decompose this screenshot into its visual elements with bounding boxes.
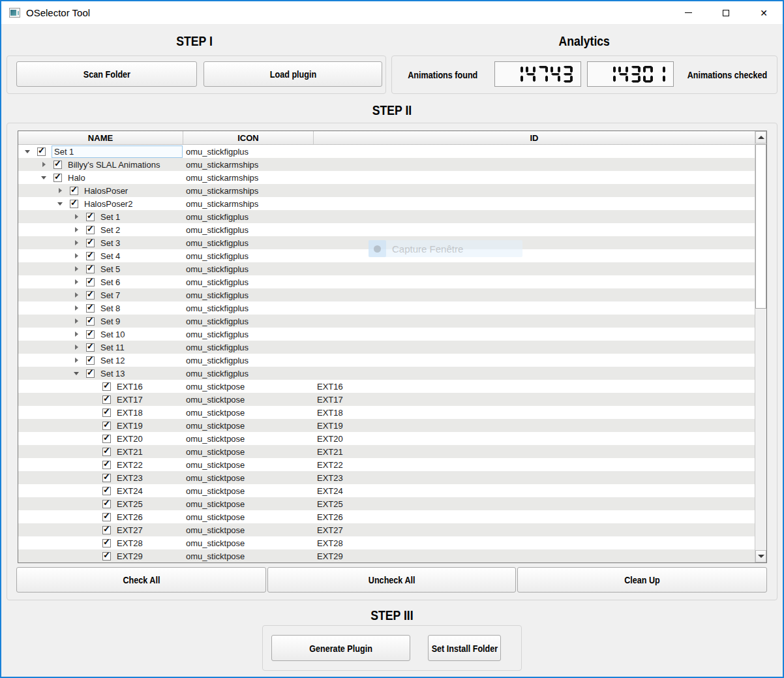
vertical-scrollbar[interactable] (755, 131, 766, 562)
expand-arrow-icon[interactable] (75, 253, 78, 258)
tree-row[interactable]: ✓EXT29omu_sticktposeEXT29 (18, 549, 755, 562)
row-checkbox[interactable]: ✓ (102, 461, 111, 469)
scroll-up-button[interactable] (755, 131, 766, 144)
row-checkbox[interactable]: ✓ (86, 265, 95, 273)
collapse-arrow-icon[interactable] (41, 176, 46, 179)
tree-row[interactable]: ✓Set 10omu_stickfigplus (18, 328, 755, 341)
tree-row[interactable]: ✓Set 7omu_stickfigplus (18, 288, 755, 301)
collapse-arrow-icon[interactable] (25, 150, 30, 153)
expand-arrow-icon[interactable] (75, 305, 78, 311)
row-checkbox[interactable]: ✓ (86, 317, 95, 326)
minimize-button[interactable] (669, 1, 707, 24)
row-checkbox[interactable]: ✓ (86, 291, 95, 300)
set-install-folder-button[interactable]: Set Install Folder (428, 635, 501, 661)
collapse-arrow-icon[interactable] (74, 372, 79, 375)
row-checkbox[interactable]: ✓ (86, 304, 95, 313)
expand-arrow-icon[interactable] (75, 227, 78, 232)
row-checkbox[interactable]: ✓ (53, 161, 62, 169)
tree-row[interactable]: ✓Set 3omu_stickfigplus (18, 236, 755, 249)
tree-row[interactable]: ✓EXT28omu_sticktposeEXT28 (18, 536, 755, 549)
row-checkbox[interactable]: ✓ (102, 487, 111, 495)
row-checkbox[interactable]: ✓ (102, 500, 111, 508)
row-checkbox[interactable]: ✓ (102, 408, 111, 417)
uncheck-all-button[interactable]: Uncheck All (267, 567, 516, 593)
row-checkbox[interactable]: ✓ (102, 395, 111, 404)
row-checkbox[interactable]: ✓ (70, 187, 78, 195)
tree-row[interactable]: ✓Set 5omu_stickfigplus (18, 262, 755, 275)
row-checkbox[interactable]: ✓ (86, 213, 95, 221)
collapse-arrow-icon[interactable] (57, 202, 63, 206)
row-checkbox[interactable]: ✓ (86, 278, 95, 286)
column-header-icon[interactable]: ICON (183, 131, 314, 144)
row-checkbox[interactable]: ✓ (102, 382, 111, 391)
tree-row[interactable]: ✓EXT16omu_sticktposeEXT16 (18, 380, 755, 393)
row-checkbox[interactable]: ✓ (86, 356, 95, 365)
row-checkbox[interactable]: ✓ (53, 174, 62, 182)
row-checkbox[interactable]: ✓ (102, 474, 111, 482)
tree-row[interactable]: ✓EXT20omu_sticktposeEXT20 (18, 432, 755, 445)
row-checkbox[interactable]: ✓ (86, 239, 95, 247)
maximize-button[interactable] (707, 1, 745, 24)
tree-row[interactable]: ✓Set 1omu_stickfigplus (18, 145, 755, 158)
tree-row[interactable]: ✓EXT25omu_sticktposeEXT25 (18, 497, 755, 510)
expand-arrow-icon[interactable] (75, 266, 78, 271)
expand-arrow-icon[interactable] (59, 188, 62, 193)
scroll-down-button[interactable] (755, 550, 766, 562)
scrollbar-thumb[interactable] (755, 144, 766, 309)
check-all-button[interactable]: Check All (16, 567, 266, 593)
row-checkbox[interactable]: ✓ (86, 369, 95, 378)
expand-arrow-icon[interactable] (75, 279, 78, 285)
expand-arrow-icon[interactable] (75, 358, 78, 363)
row-checkbox[interactable]: ✓ (102, 422, 111, 430)
expand-arrow-icon[interactable] (75, 318, 78, 324)
row-checkbox[interactable]: ✓ (102, 552, 111, 561)
tree-row[interactable]: ✓EXT24omu_sticktposeEXT24 (18, 484, 755, 497)
expand-arrow-icon[interactable] (75, 292, 78, 298)
row-checkbox[interactable]: ✓ (37, 147, 46, 156)
clean-up-button[interactable]: Clean Up (517, 567, 767, 593)
load-plugin-button[interactable]: Load plugin (204, 61, 382, 87)
tree-row[interactable]: ✓Set 8omu_stickfigplus (18, 301, 755, 315)
row-checkbox[interactable]: ✓ (102, 526, 111, 534)
tree-row[interactable]: ✓HalosPoseromu_stickarmships (18, 184, 755, 197)
row-checkbox[interactable]: ✓ (86, 330, 95, 339)
tree-row[interactable]: ✓Haloomu_stickarmships (18, 171, 755, 184)
row-checkbox[interactable]: ✓ (102, 539, 111, 547)
tree-row[interactable]: ✓EXT26omu_sticktposeEXT26 (18, 510, 755, 523)
tree-row[interactable]: ✓Billyy's SLAL Animationsomu_stickarmshi… (18, 158, 755, 171)
tree-row[interactable]: ✓EXT22omu_sticktposeEXT22 (18, 458, 755, 471)
expand-arrow-icon[interactable] (75, 331, 78, 337)
row-checkbox[interactable]: ✓ (86, 252, 95, 260)
row-checkbox[interactable]: ✓ (86, 226, 95, 234)
tree-row[interactable]: ✓Set 1omu_stickfigplus (18, 210, 755, 223)
expand-arrow-icon[interactable] (75, 345, 78, 350)
tree-row[interactable]: ✓Set 6omu_stickfigplus (18, 275, 755, 288)
title-bar[interactable]: OSelector Tool ✕ (1, 1, 783, 25)
row-checkbox[interactable]: ✓ (86, 343, 95, 352)
scan-folder-button[interactable]: Scan Folder (16, 61, 197, 87)
tree-row[interactable]: ✓Set 13omu_stickfigplus (18, 367, 755, 380)
tree-row[interactable]: ✓Set 11omu_stickfigplus (18, 341, 755, 354)
column-header-id[interactable]: ID (314, 131, 755, 144)
expand-arrow-icon[interactable] (75, 214, 78, 219)
expand-arrow-icon[interactable] (75, 240, 78, 245)
inline-edit-field[interactable]: Set 1 (52, 146, 183, 158)
row-checkbox[interactable]: ✓ (102, 513, 111, 521)
tree-row[interactable]: ✓EXT27omu_sticktposeEXT27 (18, 523, 755, 536)
tree-row[interactable]: ✓EXT21omu_sticktposeEXT21 (18, 445, 755, 458)
row-checkbox[interactable]: ✓ (102, 448, 111, 456)
tree-row[interactable]: ✓Set 9omu_stickfigplus (18, 315, 755, 328)
tree-row[interactable]: ✓Set 2omu_stickfigplus (18, 223, 755, 236)
tree-row[interactable]: ✓Set 4omu_stickfigplus (18, 249, 755, 262)
tree-row[interactable]: ✓EXT17omu_sticktposeEXT17 (18, 393, 755, 406)
column-header-name[interactable]: NAME (18, 131, 183, 144)
row-checkbox[interactable]: ✓ (70, 200, 78, 208)
close-button[interactable]: ✕ (745, 1, 783, 24)
generate-plugin-button[interactable]: Generate Plugin (271, 635, 410, 661)
tree-row[interactable]: ✓EXT23omu_sticktposeEXT23 (18, 471, 755, 484)
tree-row[interactable]: ✓HalosPoser2omu_stickarmships (18, 197, 755, 210)
tree-row[interactable]: ✓Set 12omu_stickfigplus (18, 354, 755, 367)
tree-row[interactable]: ✓EXT18omu_sticktposeEXT18 (18, 406, 755, 419)
tree-row[interactable]: ✓EXT19omu_sticktposeEXT19 (18, 419, 755, 432)
row-checkbox[interactable]: ✓ (102, 435, 111, 443)
